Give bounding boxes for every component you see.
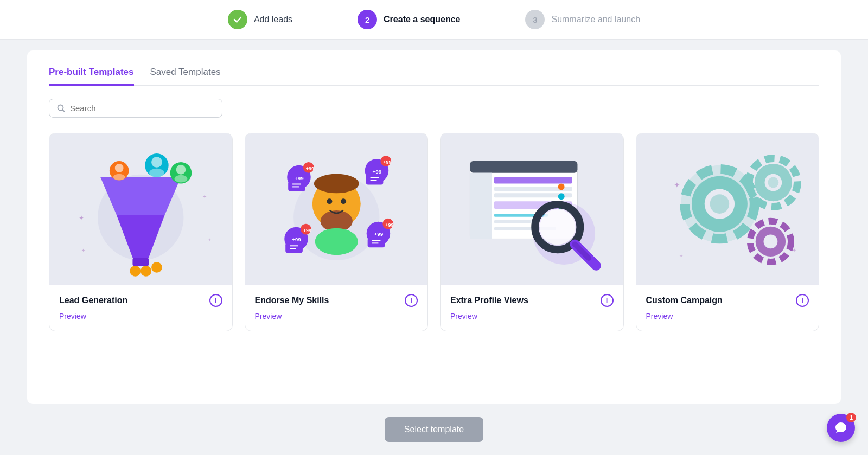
svg-rect-61 (470, 173, 492, 239)
step-label-1: Add leads (254, 15, 292, 24)
svg-point-18 (113, 174, 125, 181)
svg-rect-60 (470, 161, 577, 173)
svg-point-15 (149, 169, 164, 177)
card-body-custom-campaign: Custom Campaign i Preview (636, 285, 819, 331)
card-image-endorse-skills: +99 +99 +99 +99 (245, 133, 428, 285)
footer: Select template (0, 404, 868, 455)
info-icon-custom-campaign[interactable]: i (796, 294, 809, 307)
card-image-profile-views (441, 133, 623, 285)
svg-point-93 (763, 235, 777, 249)
svg-point-67 (558, 193, 565, 200)
search-icon (57, 104, 66, 113)
step-circle-3: 3 (525, 10, 545, 29)
svg-point-74 (540, 209, 575, 245)
illustration-search (441, 133, 623, 285)
step-circle-2: 2 (358, 10, 377, 29)
card-endorse-skills[interactable]: +99 +99 +99 +99 (245, 133, 429, 331)
svg-rect-9 (132, 258, 149, 266)
step-create-sequence: 2 Create a sequence (358, 10, 460, 29)
svg-point-86 (710, 194, 729, 214)
tab-saved[interactable]: Saved Templates (150, 67, 221, 86)
card-lead-generation[interactable]: ✦ ✦ ✦ ✦ (49, 133, 233, 331)
search-wrapper (49, 99, 222, 118)
svg-rect-62 (494, 177, 572, 184)
svg-point-28 (341, 198, 346, 204)
chat-bubble[interactable]: 1 (827, 414, 855, 442)
info-icon-endorse-skills[interactable]: i (405, 294, 418, 307)
svg-text:✦: ✦ (674, 181, 680, 189)
svg-rect-32 (288, 182, 305, 191)
svg-point-21 (175, 175, 188, 183)
svg-point-17 (115, 164, 124, 172)
card-body-profile-views: Extra Profile Views i Preview (441, 285, 623, 331)
svg-text:+99: +99 (385, 222, 393, 228)
preview-link-profile-views[interactable]: Preview (450, 312, 477, 321)
svg-point-27 (327, 198, 332, 204)
svg-point-90 (768, 177, 778, 188)
svg-text:+99: +99 (303, 228, 311, 233)
preview-link-endorse-skills[interactable]: Preview (255, 312, 282, 321)
card-image-lead-generation: ✦ ✦ ✦ ✦ (49, 133, 232, 285)
info-icon-profile-views[interactable]: i (601, 294, 614, 307)
svg-point-26 (315, 228, 358, 255)
svg-text:+99: +99 (374, 231, 383, 237)
progress-bar: Add leads 2 Create a sequence 3 Summariz… (0, 0, 868, 40)
svg-text:✦: ✦ (81, 248, 86, 253)
svg-text:+99: +99 (383, 159, 391, 165)
cards-grid: ✦ ✦ ✦ ✦ (49, 133, 819, 331)
svg-text:✦: ✦ (79, 214, 84, 222)
svg-text:+99: +99 (372, 169, 381, 175)
svg-rect-70 (494, 220, 532, 223)
svg-text:✦: ✦ (679, 253, 684, 259)
svg-text:+99: +99 (292, 236, 301, 242)
chat-icon (834, 421, 848, 435)
card-image-custom-campaign: ✦ ✦ ✦ ✦ (636, 133, 819, 285)
card-title-custom-campaign: Custom Campaign (646, 296, 723, 305)
svg-point-66 (558, 183, 565, 190)
card-profile-views[interactable]: Extra Profile Views i Preview (440, 133, 624, 331)
search-input[interactable] (70, 104, 214, 113)
svg-point-20 (176, 165, 186, 175)
select-template-button[interactable]: Select template (385, 417, 483, 442)
card-title-profile-views: Extra Profile Views (450, 296, 528, 305)
card-custom-campaign[interactable]: ✦ ✦ ✦ ✦ (636, 133, 820, 331)
illustration-person: +99 +99 +99 +99 (245, 133, 428, 285)
svg-text:✦: ✦ (202, 194, 207, 200)
tabs-container: Pre-built Templates Saved Templates (49, 67, 819, 86)
card-title-endorse-skills: Endorse My Skills (255, 296, 329, 305)
svg-rect-37 (366, 175, 383, 185)
svg-text:✦: ✦ (208, 238, 212, 242)
step-summarize: 3 Summarize and launch (525, 10, 640, 29)
step-label-2: Create a sequence (384, 15, 460, 24)
card-body-lead-generation: Lead Generation i Preview (49, 285, 232, 331)
preview-link-custom-campaign[interactable]: Preview (646, 312, 673, 321)
card-body-endorse-skills: Endorse My Skills i Preview (245, 285, 428, 331)
step-circle-1 (228, 10, 247, 29)
step-add-leads: Add leads (228, 10, 292, 29)
svg-point-14 (151, 157, 162, 168)
illustration-funnel: ✦ ✦ ✦ ✦ (49, 133, 232, 285)
svg-rect-53 (367, 238, 385, 247)
chat-badge: 1 (846, 413, 856, 422)
tab-prebuilt[interactable]: Pre-built Templates (49, 67, 134, 86)
main-content: Pre-built Templates Saved Templates ✦ ✦ … (27, 50, 841, 404)
svg-point-10 (130, 266, 141, 277)
svg-point-12 (151, 262, 162, 273)
svg-point-11 (141, 266, 151, 277)
step-label-3: Summarize and launch (551, 15, 640, 24)
preview-link-lead-generation[interactable]: Preview (59, 312, 86, 321)
svg-text:+99: +99 (305, 166, 314, 171)
illustration-gears: ✦ ✦ ✦ ✦ (636, 133, 819, 285)
svg-point-29 (314, 174, 359, 194)
svg-text:+99: +99 (295, 175, 304, 181)
info-icon-lead-generation[interactable]: i (209, 294, 222, 307)
card-title-lead-generation: Lead Generation (59, 296, 127, 305)
